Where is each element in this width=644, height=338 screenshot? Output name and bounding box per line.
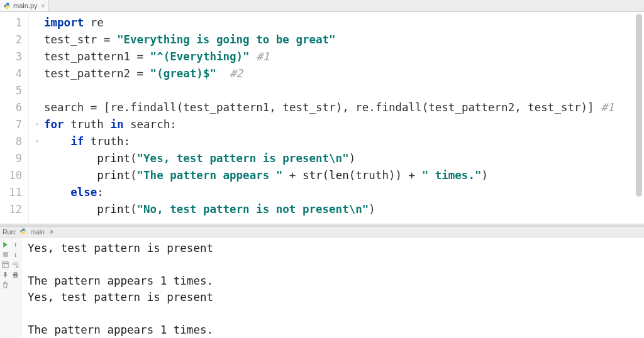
line-number: 1: [0, 14, 28, 31]
code-token: ),: [336, 101, 356, 114]
code-token: [216, 67, 230, 80]
line-number: 6: [0, 99, 28, 116]
line-number: 12: [0, 201, 28, 218]
code-token: (: [130, 203, 137, 215]
code-token: test_pattern1: [183, 101, 269, 114]
line-number: 8: [0, 133, 28, 150]
code-token: (: [422, 101, 429, 114]
code-token: search: [44, 101, 91, 114]
code-token: "No, test pattern is not present\n": [137, 203, 369, 215]
svg-rect-3: [3, 261, 8, 267]
print-icon[interactable]: [11, 270, 21, 280]
code-token: [104, 118, 111, 131]
svg-rect-8: [14, 275, 17, 277]
code-line[interactable]: ▾ if truth:: [44, 133, 644, 150]
file-tab-main[interactable]: main.py ×: [0, 0, 49, 11]
code-token: truth: [70, 118, 104, 131]
code-token: findall: [130, 101, 177, 114]
code-token: "Yes, test pattern is present\n": [137, 152, 349, 165]
code-line[interactable]: import re: [44, 14, 644, 31]
code-line[interactable]: test_str = "Everything is going to be gr…: [44, 31, 644, 48]
code-token: ,: [269, 101, 282, 114]
code-line[interactable]: print("The pattern appears " + str(len(t…: [44, 167, 644, 184]
scrollbar-thumb[interactable]: [636, 14, 642, 197]
code-token: )]: [581, 101, 601, 114]
code-token: = [: [91, 101, 111, 114]
up-icon[interactable]: ↑: [11, 239, 21, 249]
line-number: 4: [0, 65, 28, 82]
line-number: 3: [0, 48, 28, 65]
code-token: #1: [256, 50, 269, 63]
code-token: test_str: [528, 101, 580, 114]
fold-icon[interactable]: ▾: [35, 121, 42, 128]
line-number: 9: [0, 150, 28, 167]
code-token: .: [369, 101, 375, 114]
code-token: findall: [375, 101, 422, 114]
code-token: for: [44, 118, 64, 131]
console-output[interactable]: Yes, test pattern is present The pattern…: [21, 237, 644, 338]
code-token: len: [329, 169, 349, 182]
code-token: print: [97, 169, 130, 182]
code-token: +: [282, 169, 303, 182]
code-editor[interactable]: 123456789101112 import retest_str = "Eve…: [0, 12, 644, 224]
svg-rect-2: [3, 252, 8, 257]
file-tab-label: main.py: [13, 2, 38, 9]
python-file-icon: [20, 228, 26, 236]
svg-rect-7: [14, 272, 17, 274]
soft-wrap-icon[interactable]: [11, 259, 21, 270]
svg-point-1: [8, 8, 8, 8]
code-token: [250, 50, 257, 63]
code-line[interactable]: [44, 82, 644, 99]
code-area[interactable]: import retest_str = "Everything is going…: [29, 12, 644, 224]
down-icon[interactable]: ↓: [11, 249, 21, 259]
code-token: ): [369, 203, 375, 215]
line-number: 11: [0, 184, 28, 201]
close-icon[interactable]: ×: [50, 228, 53, 236]
code-token: truth: [355, 169, 389, 182]
python-file-icon: [4, 3, 11, 9]
rerun-icon[interactable]: [1, 239, 11, 249]
run-panel-body: ↑ ↓: [0, 237, 644, 338]
code-token: (: [177, 101, 184, 114]
stop-icon[interactable]: [1, 249, 11, 259]
code-line[interactable]: ▾for truth in search:: [44, 116, 644, 133]
code-token: test_pattern1: [44, 50, 137, 63]
run-toolbar: ↑ ↓: [0, 237, 21, 338]
line-number: 5: [0, 82, 28, 99]
code-token: re: [355, 101, 369, 114]
editor-tabbar: main.py ×: [0, 0, 644, 12]
code-token: print: [97, 203, 130, 215]
code-token: ): [349, 152, 356, 165]
code-line[interactable]: test_pattern2 = "(great)$" #2: [44, 65, 644, 82]
trash-icon[interactable]: [1, 280, 11, 290]
code-token: [64, 118, 71, 131]
code-token: else: [70, 186, 97, 199]
code-token: #2: [230, 67, 243, 80]
code-token: :: [123, 135, 130, 148]
code-token: [84, 16, 91, 29]
code-token: re: [110, 101, 123, 114]
code-token: .: [123, 101, 130, 114]
line-number-gutter: 123456789101112: [0, 12, 29, 224]
code-token: [123, 118, 130, 131]
fold-icon[interactable]: ▾: [35, 138, 42, 144]
close-icon[interactable]: ×: [42, 3, 45, 9]
code-token: =: [104, 33, 117, 46]
code-line[interactable]: else:: [44, 184, 644, 201]
code-token: import: [44, 16, 84, 29]
code-line[interactable]: print("No, test pattern is not present\n…: [44, 201, 644, 218]
code-token: #1: [601, 101, 614, 114]
code-line[interactable]: search = [re.findall(test_pattern1, test…: [44, 99, 644, 116]
code-token: ,: [514, 101, 528, 114]
vertical-scrollbar[interactable]: [636, 14, 642, 222]
run-config-name[interactable]: main: [30, 228, 45, 236]
code-token: " times.": [422, 169, 482, 182]
layout-icon[interactable]: [1, 259, 11, 270]
code-token: str: [303, 169, 323, 182]
pin-icon[interactable]: [1, 270, 11, 280]
code-token: print: [97, 152, 130, 165]
code-line[interactable]: print("Yes, test pattern is present\n"): [44, 150, 644, 167]
code-token: (: [130, 152, 137, 165]
code-line[interactable]: test_pattern1 = "^(Everything)" #1: [44, 48, 644, 65]
code-token: test_str: [282, 101, 335, 114]
